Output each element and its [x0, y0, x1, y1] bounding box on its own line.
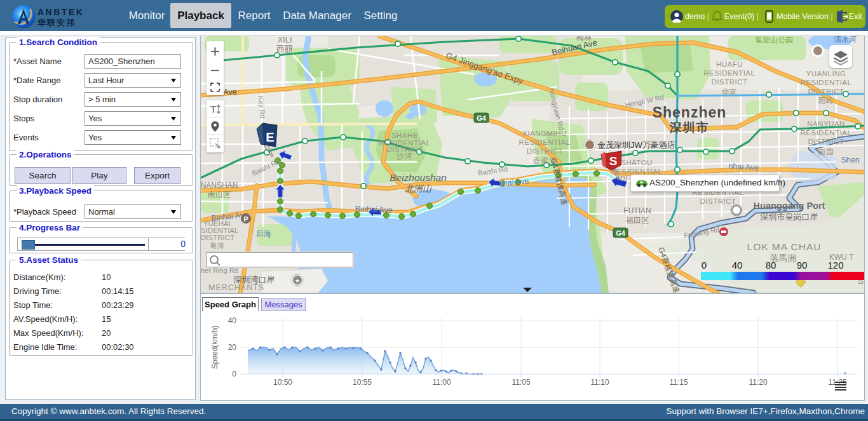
svg-text:RESIDENTIAL: RESIDENTIAL — [801, 79, 852, 86]
svg-text:Huanggang Port: Huanggang Port — [754, 201, 825, 211]
svg-text:粤海: 粤海 — [210, 242, 225, 250]
svg-text:DISTRICT: DISTRICT — [808, 138, 844, 145]
svg-text:深圳市: 深圳市 — [669, 121, 710, 134]
svg-text:深圳市皇岗口岸: 深圳市皇岗口岸 — [760, 212, 818, 222]
svg-text:南园: 南园 — [818, 147, 834, 156]
svg-text:RESIDENTIAL: RESIDENTIAL — [801, 129, 852, 137]
svg-text:LOK MA CHAU: LOK MA CHAU — [747, 241, 822, 252]
svg-text:XIANGMIHU: XIANGMIHU — [522, 130, 567, 137]
svg-text:Shen: Shen — [841, 156, 859, 164]
svg-text:11:05: 11:05 — [512, 378, 530, 387]
svg-text:E: E — [266, 130, 274, 144]
svg-text:T: T — [210, 104, 216, 114]
svg-text:笔架山公园: 笔架山公园 — [755, 36, 793, 44]
svg-text:P: P — [243, 215, 248, 223]
svg-text:YUANLING: YUANLING — [806, 70, 846, 77]
svg-text:10:55: 10:55 — [353, 378, 372, 387]
svg-text:RESIDENTIAL: RESIDENTIAL — [519, 138, 571, 146]
svg-text:Ave: Ave — [223, 88, 236, 97]
svg-text:Speed(km/h): Speed(km/h) — [210, 326, 219, 370]
svg-text:G4: G4 — [477, 114, 487, 122]
svg-text:Binhai Ave: Binhai Ave — [355, 204, 392, 215]
svg-text:MERCHANTS: MERCHANTS — [208, 283, 264, 292]
svg-text:DI: DI — [620, 175, 628, 182]
svg-text:西丽: 西丽 — [276, 44, 293, 53]
svg-text:11:20: 11:20 — [749, 378, 767, 387]
svg-text:FUTIAN: FUTIAN — [623, 206, 651, 215]
svg-text:福田区: 福田区 — [625, 216, 649, 225]
svg-text:梅林: 梅林 — [576, 36, 592, 42]
svg-text:★: ★ — [295, 277, 300, 284]
svg-text:40: 40 — [228, 316, 237, 325]
svg-text:DISTRICT: DISTRICT — [808, 88, 844, 95]
svg-text:南山区: 南山区 — [208, 190, 231, 199]
svg-text:华富: 华富 — [722, 88, 738, 97]
svg-text:园岭: 园岭 — [818, 96, 834, 105]
svg-text:DISTRICT: DISTRICT — [201, 234, 234, 241]
svg-text:NANYUAN: NANYUAN — [807, 120, 845, 128]
svg-text:G4: G4 — [616, 229, 626, 237]
svg-text:Beizhoushan: Beizhoushan — [390, 172, 447, 183]
svg-text:11:15: 11:15 — [669, 378, 688, 387]
svg-text:后海: 后海 — [256, 229, 271, 238]
svg-text:金茂深圳JW万豪酒店: 金茂深圳JW万豪酒店 — [597, 140, 675, 150]
svg-text:北洲山: 北洲山 — [405, 184, 432, 194]
svg-text:10:50: 10:50 — [273, 378, 292, 387]
svg-text:20: 20 — [228, 343, 237, 352]
svg-text:SHAHE: SHAHE — [391, 131, 418, 139]
svg-text:Shenzhen: Shenzhen — [653, 104, 727, 121]
svg-text:S: S — [609, 154, 618, 168]
svg-text:NANSHAN: NANSHAN — [201, 181, 238, 190]
svg-text:11:00: 11:00 — [432, 378, 451, 387]
svg-text:沙河: 沙河 — [397, 152, 413, 161]
svg-text:SHATOU: SHATOU — [621, 159, 653, 166]
svg-text:RESIDENTIAL: RESIDENTIAL — [704, 69, 756, 77]
svg-text:DISTRICT: DISTRICT — [711, 78, 747, 86]
svg-text:HUAFU: HUAFU — [716, 60, 743, 68]
svg-text:0: 0 — [232, 370, 236, 378]
svg-text:清水河: 清水河 — [834, 36, 857, 44]
svg-text:DISTRICT: DISTRICT — [700, 197, 736, 205]
svg-text:DISTRICT: DISTRICT — [526, 147, 562, 155]
svg-text:深圳湾口岸: 深圳湾口岸 — [233, 275, 275, 284]
svg-text:11:10: 11:10 — [590, 378, 609, 387]
